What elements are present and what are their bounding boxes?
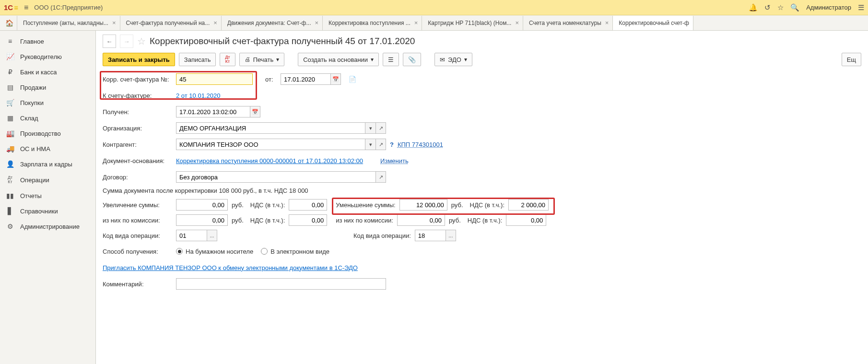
increase-vat-input[interactable] — [289, 199, 327, 211]
opcode-dec-input[interactable] — [415, 230, 446, 241]
open-icon[interactable]: ↗ — [375, 139, 386, 150]
radio-paper[interactable]: На бумажном носителе — [176, 248, 253, 255]
contract-input[interactable] — [176, 171, 375, 183]
nav-admin[interactable]: ⚙Администрирование — [0, 219, 95, 234]
nav-operations[interactable]: ДтКтОперации — [0, 172, 95, 188]
change-link[interactable]: Изменить — [380, 157, 409, 164]
nav-main[interactable]: ≡Главное — [0, 34, 95, 49]
opcode-label-2: Код вида операции: — [353, 232, 411, 239]
user-name[interactable]: Администратор — [806, 4, 851, 11]
forward-button[interactable]: → — [120, 35, 133, 48]
to-invoice-link[interactable]: 2 от 10.01.2020 — [176, 92, 220, 99]
tab-3[interactable]: Корректировка поступления ...× — [323, 16, 422, 30]
tab-5[interactable]: Счета учета номенклатуры× — [523, 16, 613, 30]
create-based-button[interactable]: Создать на основании▾ — [298, 53, 379, 66]
open-icon[interactable]: ↗ — [375, 171, 386, 183]
edo-button[interactable]: ✉ЭДО▾ — [434, 53, 472, 66]
attach-button[interactable]: 📎 — [403, 53, 421, 66]
history-icon[interactable]: ↺ — [764, 3, 771, 12]
star-icon[interactable]: ☆ — [777, 3, 784, 12]
commission-label-2: из них по комиссии: — [336, 217, 393, 224]
help-icon[interactable]: ? — [390, 141, 394, 148]
page-title: Корректировочный счет-фактура полученный… — [150, 36, 415, 47]
commission-inc-vat-input[interactable] — [289, 214, 327, 226]
to-invoice-label: К счету-фактуре: — [103, 92, 172, 99]
basis-link[interactable]: Корректировка поступления 0000-000001 от… — [176, 157, 363, 164]
comment-input[interactable] — [176, 278, 386, 290]
save-button[interactable]: Записать — [179, 53, 216, 66]
tab-6-active[interactable]: Корректировочный счет-ф — [613, 16, 693, 30]
home-tab[interactable]: 🏠 — [2, 16, 17, 30]
close-icon[interactable]: × — [112, 19, 116, 26]
number-input[interactable] — [176, 73, 253, 85]
ellipsis-icon[interactable]: ... — [207, 230, 217, 241]
radio-electronic[interactable]: В электронном виде — [261, 248, 329, 255]
print-button[interactable]: 🖨Печать▾ — [239, 53, 285, 66]
nav-directories[interactable]: ▋Справочники — [0, 203, 95, 219]
main: ← → ☆ Корректировочный счет-фактура полу… — [96, 31, 868, 364]
decrease-input[interactable] — [399, 199, 447, 211]
nav-reports[interactable]: ▮▮Отчеты — [0, 188, 95, 203]
tab-4[interactable]: Картридж HP 711(black) (Ном...× — [422, 16, 523, 30]
calendar-icon[interactable]: 📅 — [330, 73, 341, 85]
counterparty-input[interactable] — [176, 139, 365, 150]
structure-button[interactable]: ☰ — [383, 53, 399, 66]
commission-dec-input[interactable] — [397, 214, 445, 226]
nav-warehouse[interactable]: ▦Склад — [0, 110, 95, 126]
logo-1c: 1C≡ — [4, 3, 18, 12]
book-icon: ▋ — [6, 207, 14, 215]
close-icon[interactable]: × — [605, 19, 609, 26]
nav-manager[interactable]: 📈Руководителю — [0, 49, 95, 64]
row-method: Способ получения: На бумажном носителе В… — [103, 245, 861, 258]
tab-2[interactable]: Движения документа: Счет-ф...× — [222, 16, 323, 30]
row-counterparty: Контрагент: ▾ ↗ ? КПП 774301001 — [103, 138, 861, 151]
commission-inc-input[interactable] — [176, 214, 228, 226]
dtkt-button[interactable]: ДтКт — [220, 53, 235, 66]
opcode-inc-input[interactable] — [176, 230, 207, 241]
method-label: Способ получения: — [103, 248, 172, 255]
search-icon[interactable]: 🔍 — [790, 3, 799, 12]
tab-0[interactable]: Поступление (акты, накладны...× — [17, 16, 120, 30]
close-icon[interactable]: × — [414, 19, 418, 26]
back-button[interactable]: ← — [103, 35, 116, 48]
favorite-star-icon[interactable]: ☆ — [137, 35, 146, 47]
topbar: 1C≡ ≡ ООО (1С:Предприятие) 🔔 ↺ ☆ 🔍 Админ… — [0, 0, 868, 15]
more-button[interactable]: Ещ — [842, 53, 861, 66]
close-icon[interactable]: × — [213, 19, 217, 26]
settings-bars-icon[interactable]: ☰ — [858, 3, 864, 12]
truck-icon: 🚚 — [6, 145, 14, 153]
open-icon[interactable]: ↗ — [375, 122, 386, 134]
save-close-button[interactable]: Записать и закрыть — [103, 53, 175, 66]
chevron-down-icon[interactable]: ▾ — [365, 139, 375, 150]
received-input[interactable] — [176, 106, 250, 117]
opcode-dec-combo: ... — [415, 230, 456, 241]
close-icon[interactable]: × — [515, 19, 519, 26]
invite-link[interactable]: Пригласить КОМПАНИЯ ТЕНЗОР ООО к обмену … — [103, 264, 358, 271]
nav-sales[interactable]: ▤Продажи — [0, 80, 95, 95]
sidebar: ≡Главное 📈Руководителю ₽Банк и касса ▤Пр… — [0, 31, 96, 364]
ellipsis-icon[interactable]: ... — [446, 230, 456, 241]
chevron-down-icon[interactable]: ▾ — [365, 122, 375, 134]
tab-1[interactable]: Счет-фактура полученный на...× — [120, 16, 222, 30]
commission-dec-vat-input[interactable] — [506, 214, 546, 226]
bell-icon[interactable]: 🔔 — [749, 3, 758, 12]
decrease-vat-input[interactable] — [508, 199, 549, 211]
calendar-icon[interactable]: 📅 — [250, 106, 260, 117]
nav-production[interactable]: 🏭Производство — [0, 126, 95, 141]
dtkt-icon: ДтКт — [6, 176, 14, 184]
kpp-link[interactable]: КПП 774301001 — [398, 141, 443, 148]
row-basis: Документ-основания: Корректировка поступ… — [103, 154, 861, 167]
menu-icon[interactable]: ≡ — [24, 3, 28, 12]
print-label: Печать — [253, 56, 274, 63]
nav-purchases[interactable]: 🛒Покупки — [0, 95, 95, 110]
increase-input[interactable] — [176, 199, 228, 211]
nav-assets[interactable]: 🚚ОС и НМА — [0, 141, 95, 156]
nav-hr[interactable]: 👤Зарплата и кадры — [0, 156, 95, 172]
org-input[interactable] — [176, 122, 365, 134]
status-icon[interactable]: 📄 — [349, 76, 356, 83]
printer-icon: 🖨 — [245, 56, 250, 63]
nav-bank[interactable]: ₽Банк и касса — [0, 64, 95, 80]
topbar-left: 1C≡ ≡ ООО (1С:Предприятие) — [4, 3, 103, 12]
date-input[interactable] — [281, 73, 330, 85]
close-icon[interactable]: × — [315, 19, 319, 26]
